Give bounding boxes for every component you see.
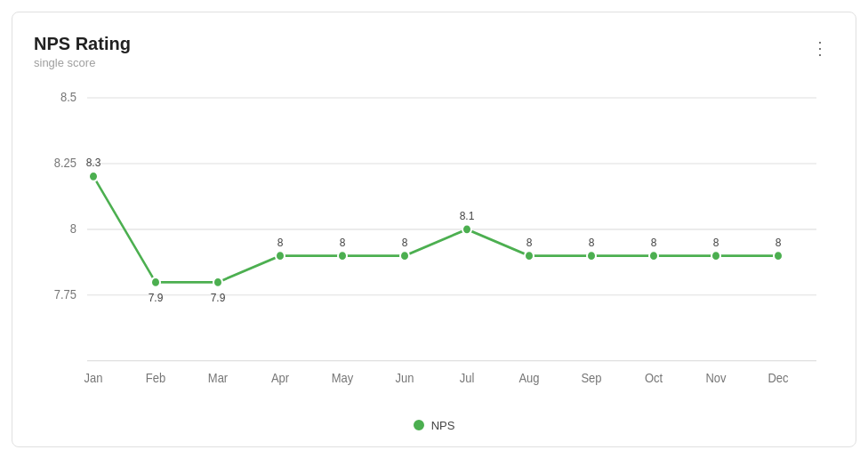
line-chart: 8.5 8.25 8 7.75 Jan Feb Mar Apr May Jun …: [34, 78, 834, 412]
chart-legend: NPS: [34, 412, 834, 432]
svg-point-35: [525, 251, 534, 261]
svg-text:Feb: Feb: [146, 371, 166, 385]
svg-point-29: [338, 251, 347, 261]
svg-text:Mar: Mar: [208, 371, 229, 385]
svg-text:Jun: Jun: [396, 371, 414, 385]
svg-text:Nov: Nov: [705, 371, 726, 385]
svg-point-25: [213, 277, 222, 286]
svg-text:7.75: 7.75: [54, 287, 77, 301]
svg-text:7.9: 7.9: [211, 291, 226, 304]
svg-text:8: 8: [589, 236, 595, 249]
svg-text:Dec: Dec: [768, 371, 788, 385]
svg-text:8: 8: [776, 236, 782, 249]
svg-point-37: [587, 251, 596, 261]
svg-text:Apr: Apr: [271, 371, 290, 385]
svg-text:8: 8: [713, 236, 719, 249]
menu-icon[interactable]: ⋮: [808, 34, 834, 62]
card-header: NPS Rating single score ⋮: [34, 34, 834, 69]
svg-text:8: 8: [402, 236, 408, 249]
svg-point-39: [649, 251, 658, 261]
legend-label-nps: NPS: [431, 419, 455, 432]
svg-text:Aug: Aug: [518, 371, 539, 385]
chart-container: 8.5 8.25 8 7.75 Jan Feb Mar Apr May Jun …: [34, 78, 834, 412]
chart-area: 8.5 8.25 8 7.75 Jan Feb Mar Apr May Jun …: [34, 78, 834, 432]
svg-text:8.25: 8.25: [54, 156, 77, 170]
svg-point-43: [774, 251, 783, 261]
legend-dot-nps: [414, 420, 424, 430]
svg-point-31: [400, 251, 409, 261]
svg-text:May: May: [332, 371, 354, 385]
svg-point-27: [276, 251, 285, 261]
card-subtitle: single score: [34, 56, 131, 69]
svg-text:Jul: Jul: [460, 371, 475, 385]
nps-card: NPS Rating single score ⋮ 8.5 8.25 8 7.7…: [12, 12, 856, 447]
svg-text:8: 8: [340, 236, 346, 249]
svg-text:8: 8: [277, 236, 284, 249]
card-title: NPS Rating: [34, 34, 131, 54]
svg-text:7.9: 7.9: [149, 291, 164, 304]
svg-point-41: [711, 251, 720, 261]
svg-text:8: 8: [70, 221, 77, 236]
svg-text:8.5: 8.5: [60, 90, 76, 104]
svg-point-33: [462, 224, 471, 234]
svg-text:8: 8: [651, 236, 657, 249]
card-title-area: NPS Rating single score: [34, 34, 131, 69]
svg-text:8: 8: [526, 236, 533, 249]
svg-text:8.3: 8.3: [86, 156, 101, 169]
svg-text:Jan: Jan: [84, 371, 103, 385]
svg-text:Sep: Sep: [581, 371, 601, 385]
svg-point-21: [89, 171, 98, 181]
svg-point-23: [151, 277, 160, 286]
svg-text:Oct: Oct: [645, 371, 663, 385]
svg-text:8.1: 8.1: [460, 209, 475, 222]
